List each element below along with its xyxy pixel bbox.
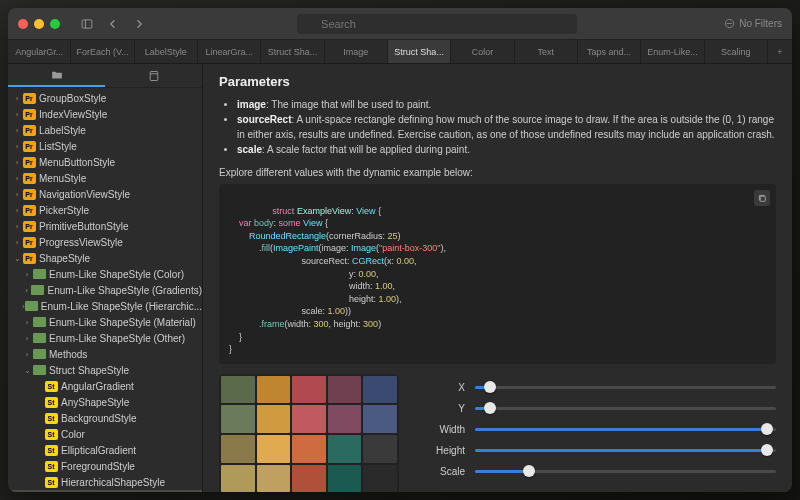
- palette-cell: [363, 376, 397, 404]
- disclosure-icon: ›: [12, 190, 22, 199]
- tree-item-angulargradient[interactable]: StAngularGradient: [8, 378, 202, 394]
- tree-item-backgroundstyle[interactable]: StBackgroundStyle: [8, 410, 202, 426]
- tree-item-label: ForegroundStyle: [61, 461, 135, 472]
- tree-item-label: Enum-Like ShapeStyle (Other): [49, 333, 185, 344]
- tree-item-enum-like-shapestyle-other-[interactable]: ›Enum-Like ShapeStyle (Other): [8, 330, 202, 346]
- content-pane[interactable]: Parameters image: The image that will be…: [203, 64, 792, 492]
- tab-3[interactable]: LinearGra...: [198, 40, 261, 63]
- slider-label: Height: [429, 445, 465, 456]
- tree-item-pickerstyle[interactable]: ›PrPickerStyle: [8, 202, 202, 218]
- slider-thumb[interactable]: [523, 465, 535, 477]
- sidebar-tab-bookmarks[interactable]: [105, 64, 202, 87]
- disclosure-icon: ›: [22, 350, 32, 359]
- svg-rect-8: [760, 196, 765, 201]
- tree-item-label: Enum-Like ShapeStyle (Color): [49, 269, 184, 280]
- slider-height[interactable]: [475, 449, 776, 452]
- tab-4[interactable]: Struct Sha...: [261, 40, 324, 63]
- palette-cell: [292, 465, 326, 492]
- slider-y[interactable]: [475, 407, 776, 410]
- tab-10[interactable]: Enum-Like...: [641, 40, 704, 63]
- close-icon[interactable]: [18, 19, 28, 29]
- fd-icon: [32, 316, 46, 328]
- slider-thumb[interactable]: [761, 423, 773, 435]
- slider-thumb[interactable]: [761, 444, 773, 456]
- slider-thumb[interactable]: [484, 381, 496, 393]
- slider-label: Scale: [429, 466, 465, 477]
- pr-icon: Pr: [22, 236, 36, 248]
- tree-item-label: ListStyle: [39, 141, 77, 152]
- tree-item-label: NavigationViewStyle: [39, 189, 130, 200]
- preview-image: [219, 374, 399, 492]
- tree-item-ellipticalgradient[interactable]: StEllipticalGradient: [8, 442, 202, 458]
- tree-item-progressviewstyle[interactable]: ›PrProgressViewStyle: [8, 234, 202, 250]
- sidebar-toggle-icon[interactable]: [76, 14, 98, 34]
- traffic-lights: [18, 19, 60, 29]
- disclosure-icon: ⌄: [12, 254, 22, 263]
- filters-icon: [724, 18, 735, 29]
- tab-2[interactable]: LabelStyle: [135, 40, 198, 63]
- tree-item-shapestyle[interactable]: ⌄PrShapeStyle: [8, 250, 202, 266]
- param-scale: scale: A scale factor that will be appli…: [237, 142, 776, 157]
- tab-add-button[interactable]: +: [768, 40, 792, 63]
- tab-8[interactable]: Text: [515, 40, 578, 63]
- tree-item-foregroundstyle[interactable]: StForegroundStyle: [8, 458, 202, 474]
- pr-icon: Pr: [22, 252, 36, 264]
- back-button[interactable]: [102, 14, 124, 34]
- param-image: image: The image that will be used to pa…: [237, 97, 776, 112]
- disclosure-icon: ›: [22, 286, 31, 295]
- zoom-icon[interactable]: [50, 19, 60, 29]
- disclosure-icon: ›: [12, 222, 22, 231]
- palette-cell: [221, 435, 255, 463]
- tree-item-hierarchicalshapestyle[interactable]: StHierarchicalShapeStyle: [8, 474, 202, 490]
- slider-scale[interactable]: [475, 470, 776, 473]
- tab-5[interactable]: Image: [325, 40, 388, 63]
- copy-button[interactable]: [754, 190, 770, 206]
- tree-item-label: Enum-Like ShapeStyle (Material): [49, 317, 196, 328]
- search-input[interactable]: [297, 14, 577, 34]
- sidebar-tab-files[interactable]: [8, 64, 105, 87]
- fd-icon: [32, 332, 46, 344]
- disclosure-icon: ›: [12, 142, 22, 151]
- tree-item-imagepaint[interactable]: StImagePaint: [8, 490, 202, 492]
- slider-x[interactable]: [475, 386, 776, 389]
- tree-item-anyshapestyle[interactable]: StAnyShapeStyle: [8, 394, 202, 410]
- tree-item-liststyle[interactable]: ›PrListStyle: [8, 138, 202, 154]
- slider-thumb[interactable]: [484, 402, 496, 414]
- tree-item-indexviewstyle[interactable]: ›PrIndexViewStyle: [8, 106, 202, 122]
- tab-11[interactable]: Scaling: [705, 40, 768, 63]
- tree-item-color[interactable]: StColor: [8, 426, 202, 442]
- tree-item-enum-like-shapestyle-color-[interactable]: ›Enum-Like ShapeStyle (Color): [8, 266, 202, 282]
- titlebar: No Filters: [8, 8, 792, 40]
- filters-button[interactable]: No Filters: [724, 18, 782, 29]
- forward-button[interactable]: [128, 14, 150, 34]
- slider-panel: XYWidthHeightScale: [429, 374, 776, 487]
- tab-7[interactable]: Color: [451, 40, 514, 63]
- tree-item-menubuttonstyle[interactable]: ›PrMenuButtonStyle: [8, 154, 202, 170]
- tab-6[interactable]: Struct Sha...: [388, 40, 451, 63]
- tree-item-enum-like-shapestyle-hierarchic-[interactable]: ›Enum-Like ShapeStyle (Hierarchic...: [8, 298, 202, 314]
- sidebar-tree[interactable]: ›PrGroupBoxStyle›PrIndexViewStyle›PrLabe…: [8, 88, 202, 492]
- tree-item-methods[interactable]: ›Methods: [8, 346, 202, 362]
- tree-item-labelstyle[interactable]: ›PrLabelStyle: [8, 122, 202, 138]
- pr-icon: Pr: [22, 220, 36, 232]
- tree-item-label: EllipticalGradient: [61, 445, 136, 456]
- tree-item-groupboxstyle[interactable]: ›PrGroupBoxStyle: [8, 90, 202, 106]
- tree-item-enum-like-shapestyle-material-[interactable]: ›Enum-Like ShapeStyle (Material): [8, 314, 202, 330]
- tree-item-navigationviewstyle[interactable]: ›PrNavigationViewStyle: [8, 186, 202, 202]
- search-container: [158, 14, 716, 34]
- tree-item-menustyle[interactable]: ›PrMenuStyle: [8, 170, 202, 186]
- explore-text: Explore different values with the dynami…: [219, 167, 776, 178]
- tree-item-primitivebuttonstyle[interactable]: ›PrPrimitiveButtonStyle: [8, 218, 202, 234]
- minimize-icon[interactable]: [34, 19, 44, 29]
- sidebar-header: [8, 64, 202, 88]
- disclosure-icon: ›: [22, 270, 32, 279]
- tree-item-label: ShapeStyle: [39, 253, 90, 264]
- tree-item-enum-like-shapestyle-gradients-[interactable]: ›Enum-Like ShapeStyle (Gradients): [8, 282, 202, 298]
- tree-item-struct-shapestyle[interactable]: ⌄Struct ShapeStyle: [8, 362, 202, 378]
- pr-icon: Pr: [22, 140, 36, 152]
- tab-0[interactable]: AngularGr...: [8, 40, 71, 63]
- tab-9[interactable]: Taps and...: [578, 40, 641, 63]
- toolbar-icons: [76, 14, 150, 34]
- tab-1[interactable]: ForEach (V...: [71, 40, 134, 63]
- slider-width[interactable]: [475, 428, 776, 431]
